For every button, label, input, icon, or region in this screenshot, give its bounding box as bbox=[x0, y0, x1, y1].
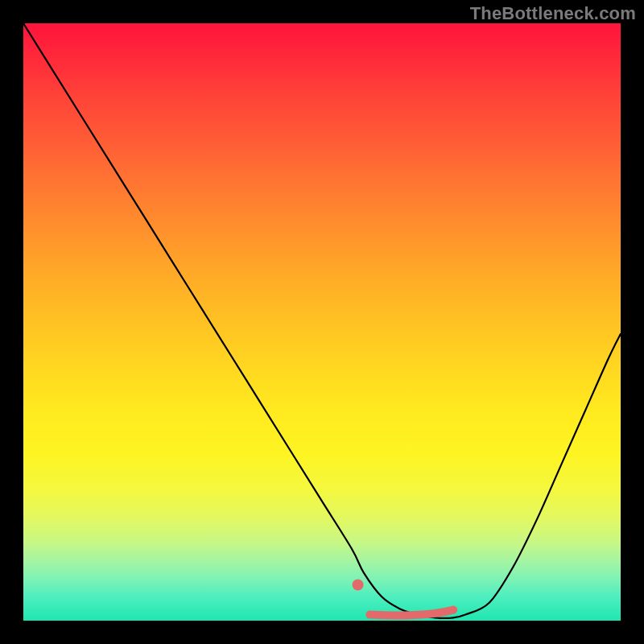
chart-frame: TheBottleneck.com bbox=[0, 0, 644, 644]
bottleneck-curve bbox=[23, 23, 621, 618]
chart-svg bbox=[23, 23, 621, 621]
plot-area bbox=[23, 23, 621, 621]
highlight-dot bbox=[353, 579, 364, 590]
highlight-segment bbox=[369, 610, 453, 616]
watermark-text: TheBottleneck.com bbox=[470, 3, 636, 24]
